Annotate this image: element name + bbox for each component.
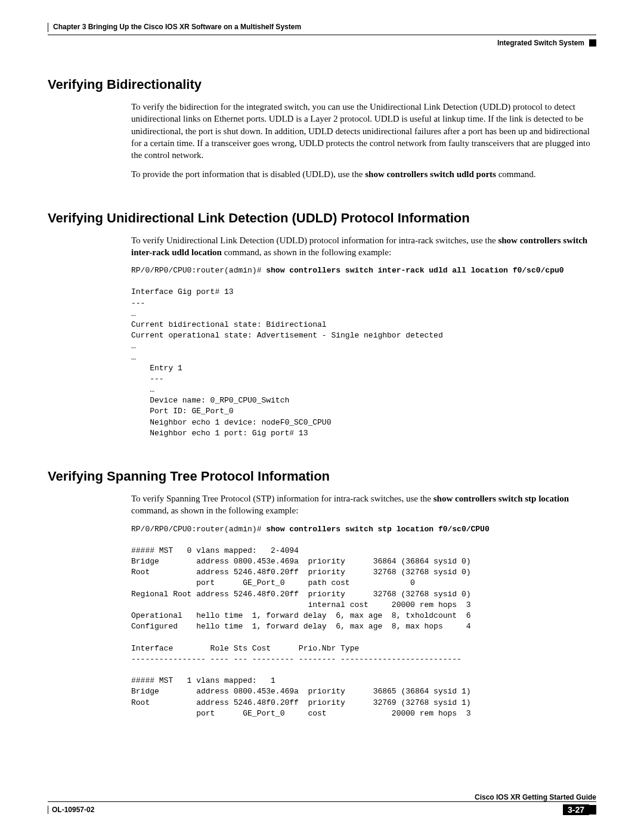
heading-stp: Verifying Spanning Tree Protocol Informa… xyxy=(48,469,596,484)
heading-bidirectionality: Verifying Bidirectionality xyxy=(48,77,596,92)
header-block: Chapter 3 Bringing Up the Cisco IOS XR S… xyxy=(48,23,596,47)
footer-doc-id: OL-10957-02 xyxy=(52,806,94,814)
footer-rule xyxy=(48,801,596,802)
text: To provide the port information that is … xyxy=(131,169,365,179)
text: command. xyxy=(496,169,536,179)
cli-output: Interface Gig port# 13 --- … Current bid… xyxy=(131,287,443,437)
paragraph: To verify Spanning Tree Protocol (STP) i… xyxy=(131,493,596,517)
page-number-badge: 3-27 xyxy=(563,804,589,815)
text: command, as shown in the following examp… xyxy=(222,247,391,257)
footer-vbar xyxy=(48,806,48,814)
footer-block-icon xyxy=(589,805,596,815)
paragraph: To provide the port information that is … xyxy=(131,168,596,180)
text: To verify Spanning Tree Protocol (STP) i… xyxy=(131,494,434,503)
text: To verify Unidirectional Link Detection … xyxy=(131,236,498,245)
footer-guide-title: Cisco IOS XR Getting Started Guide xyxy=(475,793,596,801)
cli-prompt: RP/0/RP0/CPU0:router(admin)# xyxy=(131,266,266,275)
cli-command: show controllers switch stp location f0/… xyxy=(266,525,489,534)
text: command, as shown in the following examp… xyxy=(131,506,298,515)
cli-prompt: RP/0/RP0/CPU0:router(admin)# xyxy=(131,525,266,534)
body-bidirectionality: To verify the bidirection for the integr… xyxy=(131,101,596,181)
command-name: show controllers switch udld ports xyxy=(365,169,496,179)
header-vbar xyxy=(48,23,48,32)
cli-command: show controllers switch inter-rack udld … xyxy=(266,266,564,275)
chapter-label: Chapter 3 Bringing Up the Cisco IOS XR S… xyxy=(53,23,301,32)
body-stp: To verify Spanning Tree Protocol (STP) i… xyxy=(131,493,596,719)
body-udld: To verify Unidirectional Link Detection … xyxy=(131,234,596,439)
heading-udld: Verifying Unidirectional Link Detection … xyxy=(48,210,596,226)
code-block-stp: RP/0/RP0/CPU0:router(admin)# show contro… xyxy=(131,524,596,719)
header-chapter-row: Chapter 3 Bringing Up the Cisco IOS XR S… xyxy=(48,23,596,32)
command-name: show controllers switch stp location xyxy=(434,494,569,503)
footer-row-bottom: OL-10957-02 3-27 xyxy=(48,804,596,815)
footer: Cisco IOS XR Getting Started Guide OL-10… xyxy=(48,793,596,815)
cli-output: ##### MST 0 vlans mapped: 2-4094 Bridge … xyxy=(131,546,471,718)
header-section-label: Integrated Switch System xyxy=(497,39,584,47)
footer-row-top: Cisco IOS XR Getting Started Guide xyxy=(48,793,596,801)
code-block-udld: RP/0/RP0/CPU0:router(admin)# show contro… xyxy=(131,265,596,439)
header-rule xyxy=(48,35,596,35)
paragraph: To verify Unidirectional Link Detection … xyxy=(131,234,596,259)
header-block-icon xyxy=(589,39,596,47)
paragraph: To verify the bidirection for the integr… xyxy=(131,101,596,161)
header-right-row: Integrated Switch System xyxy=(48,39,596,47)
document-page: Chapter 3 Bringing Up the Cisco IOS XR S… xyxy=(0,0,644,833)
